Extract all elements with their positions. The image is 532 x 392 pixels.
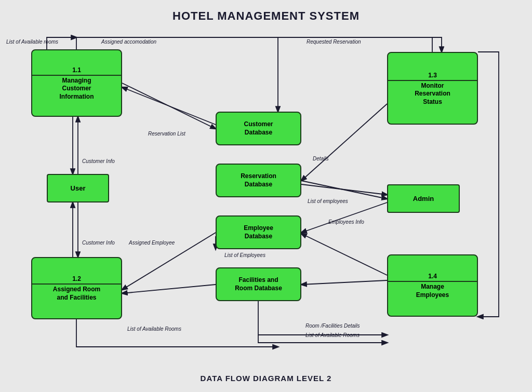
db-employee: Employee Database bbox=[216, 215, 301, 249]
process-1-4: 1.4 Manage Employees bbox=[387, 254, 478, 317]
label-reservation-list: Reservation List bbox=[148, 131, 185, 137]
diagram-title: HOTEL MANAGEMENT SYSTEM bbox=[0, 0, 532, 23]
label-room-facilities-details: Room /Facilities Details bbox=[305, 323, 360, 329]
diagram-subtitle: DATA FLOW DIAGRAM LEVEL 2 bbox=[0, 374, 532, 383]
label-list-of-employees: List of employees bbox=[308, 198, 348, 204]
label-list-available-rooms-2: List of Available Rooms bbox=[305, 332, 360, 338]
label-customer-info-1: Customer Info bbox=[82, 158, 115, 164]
label-list-available-rooms: List of Available Rooms bbox=[127, 326, 181, 332]
entity-admin: Admin bbox=[387, 184, 460, 213]
label-assigned-accomodation: Assigned accomodation bbox=[101, 39, 156, 45]
label-list-of-employees-2: List of Employees bbox=[224, 252, 265, 258]
label-requested-reservation: Requested Reservation bbox=[307, 39, 361, 45]
db-customer: Customer Database bbox=[216, 112, 301, 145]
label-details: Details bbox=[313, 156, 329, 161]
process-1-3: 1.3 Monitor Reservation Status bbox=[387, 52, 478, 125]
label-employees-info: Employees Info bbox=[328, 219, 364, 225]
db-reservation: Reservation Database bbox=[216, 164, 301, 197]
diagram-container: HOTEL MANAGEMENT SYSTEM bbox=[0, 0, 532, 392]
process-1-1: 1.1 Managing Customer Information bbox=[31, 49, 122, 117]
label-assigned-employee: Assigned Employee bbox=[129, 240, 175, 246]
entity-user: User bbox=[47, 174, 109, 202]
process-1-2: 1.2 Assigned Room and Facilities bbox=[31, 257, 122, 319]
db-facilities: Facilities and Room Database bbox=[216, 267, 301, 301]
label-customer-info-2: Customer Info bbox=[82, 240, 115, 246]
label-available-rooms: List of Available rooms bbox=[6, 39, 58, 45]
